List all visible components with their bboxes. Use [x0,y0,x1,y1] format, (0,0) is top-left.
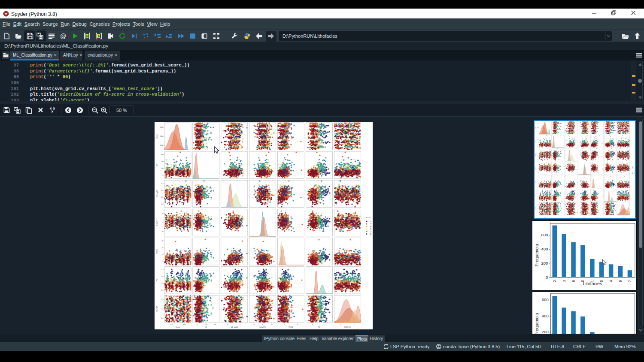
svg-text:2800: 2800 [160,136,164,137]
svg-text:0.0: 0.0 [161,203,164,205]
svg-text:1: 1 [240,324,241,326]
svg-text:2500: 2500 [170,324,173,326]
svg-text:Frequencia: Frequencia [534,244,539,267]
svg-text:0.0: 0.0 [161,290,164,291]
svg-text:0: 0 [197,324,197,326]
svg-text:200: 200 [161,161,164,163]
svg-text:0: 0 [340,324,341,326]
svg-text:7: 7 [371,230,372,232]
svg-text:3: 3 [562,280,566,282]
svg-text:0: 0 [284,324,285,326]
svg-text:1.0: 1.0 [161,299,164,301]
svg-text:PHIND: PHIND [289,326,294,328]
svg-text:PHIND: PHIND [156,249,158,254]
svg-text:Litofacies: Litofacies [583,281,602,286]
svg-text:0.5: 0.5 [161,308,164,310]
svg-text:1: 1 [371,220,372,223]
svg-text:600: 600 [541,232,548,237]
svg-text:0.0: 0.0 [161,317,164,319]
svg-text:RELPOS: RELPOS [344,326,351,328]
svg-text:200: 200 [541,261,548,265]
svg-text:0: 0 [163,222,164,223]
svg-text:Frequencia: Frequencia [534,313,539,334]
svg-text:75: 75 [162,240,164,242]
svg-text:3000: 3000 [160,127,164,128]
svg-text:50: 50 [297,324,298,326]
svg-text:0: 0 [227,324,228,326]
svg-text:300: 300 [161,154,164,156]
svg-text:25: 25 [162,254,164,256]
svg-text:8: 8 [571,280,576,282]
svg-text:1.0: 1.0 [161,190,164,191]
svg-text:20: 20 [271,324,273,326]
svg-text:0: 0 [546,275,548,280]
svg-text:ILD_log10: ILD_log10 [231,326,238,328]
svg-text:400: 400 [541,247,548,251]
svg-text:3000: 3000 [183,324,186,326]
svg-text:7: 7 [628,280,632,282]
svg-text:100: 100 [161,168,164,169]
svg-text:5.0: 5.0 [161,276,164,278]
svg-text:RELPOS: RELPOS [156,305,158,312]
svg-text:9: 9 [371,233,372,235]
svg-text:Facies: Facies [366,217,371,219]
svg-text:PE: PE [318,326,320,328]
svg-text:5: 5 [325,324,326,326]
svg-text:600: 600 [542,297,549,302]
svg-text:DeltaPHI: DeltaPHI [156,220,158,226]
svg-text:50: 50 [162,247,164,249]
svg-text:GR: GR [156,164,158,166]
svg-text:3: 3 [371,223,372,225]
svg-text:0.5: 0.5 [161,196,164,198]
svg-text:-20: -20 [161,231,164,232]
svg-text:200: 200 [205,324,207,326]
svg-text:4: 4 [609,280,613,282]
svg-text:2.5: 2.5 [161,283,164,284]
svg-text:PE: PE [156,279,158,281]
svg-text:9: 9 [618,280,623,282]
svg-text:-20: -20 [253,324,255,326]
svg-text:DeltaPHI: DeltaPHI [260,326,266,328]
svg-text:GR: GR [205,326,207,328]
svg-text:Depth: Depth [176,326,180,328]
svg-text:2600: 2600 [160,145,164,146]
svg-text:0: 0 [163,261,164,262]
svg-text:4: 4 [371,225,372,227]
svg-text:0: 0 [262,324,263,326]
svg-text:400: 400 [542,314,549,318]
svg-text:0: 0 [163,175,164,176]
svg-text:ILD_log10: ILD_log10 [156,190,158,197]
svg-text:6: 6 [371,228,372,230]
svg-text:1: 1 [354,324,355,326]
svg-text:400: 400 [214,324,216,326]
svg-text:0: 0 [312,324,313,326]
svg-text:1.5: 1.5 [161,183,164,184]
svg-text:@: @ [60,33,66,39]
svg-text:2: 2 [553,280,557,282]
svg-text:7.5: 7.5 [161,269,164,271]
svg-text:20: 20 [162,213,164,214]
svg-text:Depth: Depth [156,134,158,139]
svg-text:200: 200 [542,329,549,334]
